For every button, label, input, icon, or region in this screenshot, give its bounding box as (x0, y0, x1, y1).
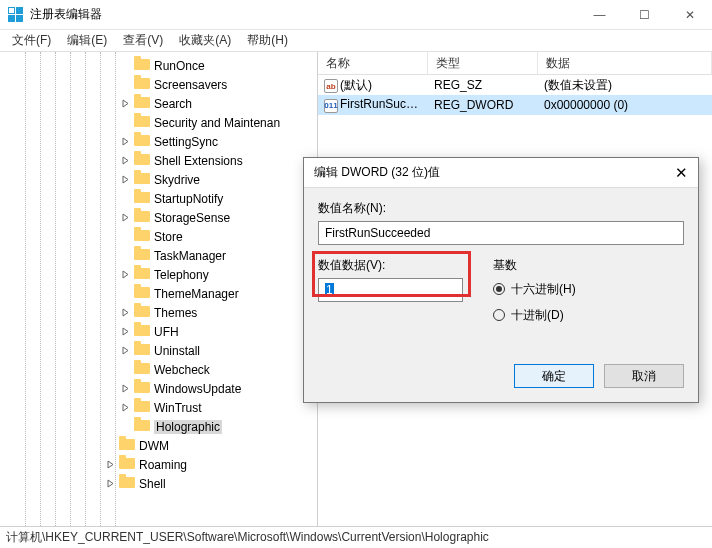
value-type: REG_SZ (428, 78, 538, 92)
tree-item-label: WinTrust (154, 401, 202, 415)
list-row[interactable]: ab(默认)REG_SZ(数值未设置) (318, 75, 712, 95)
col-type[interactable]: 类型 (428, 52, 538, 74)
tree-item[interactable]: Themes (0, 303, 317, 322)
folder-icon (134, 306, 150, 320)
expand-icon[interactable] (120, 250, 131, 261)
expand-icon[interactable] (120, 79, 131, 90)
tree-item[interactable]: TaskManager (0, 246, 317, 265)
tree-item-label: WindowsUpdate (154, 382, 241, 396)
expand-icon[interactable] (120, 155, 131, 166)
folder-icon (134, 363, 150, 377)
expand-icon[interactable] (105, 478, 116, 489)
tree-item[interactable]: Security and Maintenan (0, 113, 317, 132)
menu-favorites[interactable]: 收藏夹(A) (171, 30, 239, 51)
tree-pane[interactable]: RunOnceScreensaversSearchSecurity and Ma… (0, 52, 318, 526)
tree-item[interactable]: WinTrust (0, 398, 317, 417)
statusbar: 计算机\HKEY_CURRENT_USER\Software\Microsoft… (0, 526, 712, 548)
maximize-button[interactable]: ☐ (622, 0, 667, 30)
expand-icon[interactable] (120, 174, 131, 185)
folder-icon (134, 420, 150, 434)
radio-icon (493, 283, 505, 295)
expand-icon[interactable] (105, 459, 116, 470)
expand-icon[interactable] (120, 383, 131, 394)
tree-item-label: Store (154, 230, 183, 244)
menu-view[interactable]: 查看(V) (115, 30, 171, 51)
folder-icon (119, 439, 135, 453)
tree-item[interactable]: Store (0, 227, 317, 246)
radix-hex-radio[interactable]: 十六进制(H) (493, 278, 576, 300)
tree-item[interactable]: UFH (0, 322, 317, 341)
folder-icon (134, 173, 150, 187)
folder-icon (134, 230, 150, 244)
value-data-input[interactable]: 1 (318, 278, 463, 302)
expand-icon[interactable] (120, 402, 131, 413)
minimize-button[interactable]: — (577, 0, 622, 30)
edit-dword-dialog: 编辑 DWORD (32 位)值 ✕ 数值名称(N): FirstRunSucc… (303, 157, 699, 403)
ok-button[interactable]: 确定 (514, 364, 594, 388)
tree-item-label: RunOnce (154, 59, 205, 73)
expand-icon[interactable] (120, 231, 131, 242)
expand-icon[interactable] (120, 307, 131, 318)
tree-item[interactable]: Roaming (0, 455, 317, 474)
tree-item[interactable]: Shell (0, 474, 317, 493)
expand-icon[interactable] (120, 117, 131, 128)
value-data: 0x00000000 (0) (538, 98, 712, 112)
expand-icon[interactable] (120, 364, 131, 375)
col-data[interactable]: 数据 (538, 52, 712, 74)
tree-item[interactable]: SettingSync (0, 132, 317, 151)
tree-item-label: Shell Extensions (154, 154, 243, 168)
tree-item[interactable]: Screensavers (0, 75, 317, 94)
expand-icon[interactable] (120, 212, 131, 223)
menu-help[interactable]: 帮助(H) (239, 30, 296, 51)
close-button[interactable]: ✕ (667, 0, 712, 30)
tree-item[interactable]: Holographic (0, 417, 317, 436)
expand-icon[interactable] (120, 326, 131, 337)
cancel-button[interactable]: 取消 (604, 364, 684, 388)
tree-item[interactable]: Webcheck (0, 360, 317, 379)
menu-edit[interactable]: 编辑(E) (59, 30, 115, 51)
radix-label: 基数 (493, 257, 576, 274)
expand-icon[interactable] (120, 136, 131, 147)
expand-icon[interactable] (105, 440, 116, 451)
tree-item-label: StorageSense (154, 211, 230, 225)
tree-item[interactable]: DWM (0, 436, 317, 455)
expand-icon[interactable] (120, 288, 131, 299)
titlebar: 注册表编辑器 — ☐ ✕ (0, 0, 712, 30)
expand-icon[interactable] (120, 193, 131, 204)
expand-icon[interactable] (120, 60, 131, 71)
folder-icon (134, 59, 150, 73)
folder-icon (119, 477, 135, 491)
tree-item[interactable]: WindowsUpdate (0, 379, 317, 398)
col-name[interactable]: 名称 (318, 52, 428, 74)
folder-icon (134, 78, 150, 92)
folder-icon (119, 458, 135, 472)
menu-file[interactable]: 文件(F) (4, 30, 59, 51)
tree-item[interactable]: Search (0, 94, 317, 113)
value-name-input[interactable]: FirstRunSucceeded (318, 221, 684, 245)
tree-item[interactable]: ThemeManager (0, 284, 317, 303)
tree-item-label: TaskManager (154, 249, 226, 263)
tree-item[interactable]: Shell Extensions (0, 151, 317, 170)
value-name: (默认) (340, 78, 372, 92)
tree-item[interactable]: RunOnce (0, 56, 317, 75)
radix-dec-radio[interactable]: 十进制(D) (493, 304, 576, 326)
folder-icon (134, 287, 150, 301)
tree-item[interactable]: Uninstall (0, 341, 317, 360)
tree-item[interactable]: Telephony (0, 265, 317, 284)
radix-hex-label: 十六进制(H) (511, 281, 576, 298)
dialog-close-button[interactable]: ✕ (658, 164, 688, 182)
tree-item[interactable]: Skydrive (0, 170, 317, 189)
tree-item[interactable]: StartupNotify (0, 189, 317, 208)
string-value-icon: ab (324, 79, 338, 93)
folder-icon (134, 192, 150, 206)
folder-icon (134, 135, 150, 149)
expand-icon[interactable] (120, 421, 131, 432)
expand-icon[interactable] (120, 345, 131, 356)
expand-icon[interactable] (120, 269, 131, 280)
value-name-text: FirstRunSucceeded (325, 226, 430, 240)
list-row[interactable]: 011FirstRunSucce...REG_DWORD0x00000000 (… (318, 95, 712, 115)
expand-icon[interactable] (120, 98, 131, 109)
app-icon (7, 7, 23, 23)
folder-icon (134, 116, 150, 130)
tree-item[interactable]: StorageSense (0, 208, 317, 227)
